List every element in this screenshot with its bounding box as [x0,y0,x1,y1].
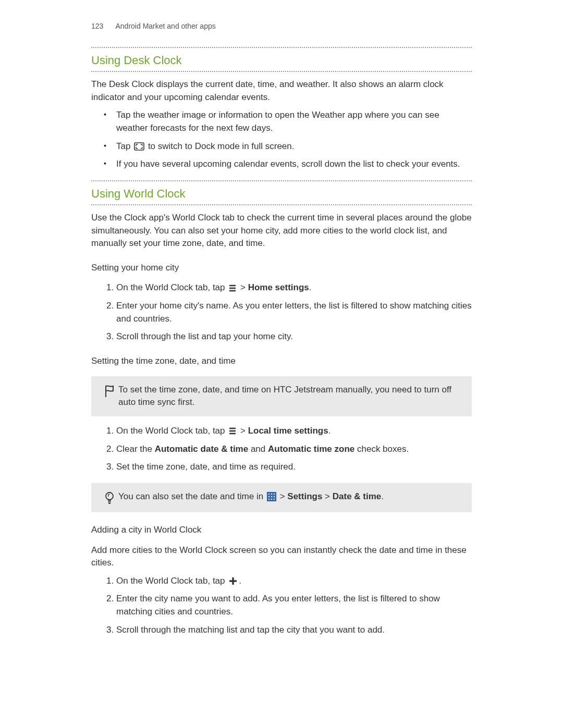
text: . [328,426,331,436]
step-tap-city: Scroll through the matching list and tap… [116,624,472,637]
text: > [240,426,248,436]
add-city-steps: On the World Clock tab, tap . Enter the … [91,575,472,637]
step-set-tz: Set the time zone, date, and time as req… [116,461,472,474]
timezone-steps: On the World Clock tab, tap > Local time… [91,425,472,474]
text: > [322,491,332,501]
svg-rect-14 [274,496,275,497]
running-header: 123 Android Market and other apps [91,21,472,31]
svg-rect-10 [271,493,272,495]
text: check boxes. [354,444,409,454]
text: . [381,491,384,501]
svg-rect-13 [271,496,272,497]
flag-callout: To set the time zone, date, and time on … [91,376,472,416]
flag-icon [101,384,118,398]
local-time-settings-bold: Local time settings [248,426,328,436]
text: On the World Clock tab, tap [116,426,225,436]
sub-title-add-city: Adding a city in World Clock [91,524,472,537]
svg-rect-9 [268,493,270,495]
step-local-time-settings: On the World Clock tab, tap > Local time… [116,425,472,438]
svg-rect-15 [268,499,270,500]
svg-rect-11 [274,493,275,495]
settings-bold: Settings [287,491,322,501]
auto-date-time-bold: Automatic date & time [155,444,248,454]
step-enter-city-name: Enter the city name you want to add. As … [116,593,472,618]
text: Tap [116,141,130,151]
world-clock-intro: Use the Clock app's World Clock tab to c… [91,212,472,250]
flag-text: To set the time zone, date, and time on … [118,384,464,409]
svg-rect-17 [274,499,275,500]
step-enter-home-city: Enter your home city's name. As you ente… [116,300,472,325]
tip-callout: You can also set the date and time in > … [91,483,472,512]
desk-clock-bullets: Tap the weather image or information to … [91,109,472,171]
app-grid-icon [267,492,276,501]
fullscreen-icon [134,142,144,151]
text: and [248,444,268,454]
plus-icon [228,576,238,586]
text: You can also set the date and time in [118,491,263,501]
text: . [239,576,241,586]
sub-title-home-city: Setting your home city [91,262,472,275]
svg-rect-12 [268,496,270,497]
bullet-weather: Tap the weather image or information to … [116,109,472,134]
step-tap-home-city: Scroll through the list and tap your hom… [116,330,472,343]
menu-icon [228,284,237,292]
document-page: 123 Android Market and other apps Using … [0,0,563,687]
chapter-title: Android Market and other apps [115,22,215,30]
step-tap-plus: On the World Clock tab, tap . [116,575,472,588]
text: On the World Clock tab, tap [116,576,225,586]
add-city-intro: Add more cities to the World Clock scree… [91,544,472,570]
lightbulb-icon [101,490,118,505]
menu-icon [228,427,237,435]
page-number: 123 [91,22,103,30]
sub-title-timezone: Setting the time zone, date, and time [91,355,472,368]
text: Clear the [116,444,155,454]
home-settings-bold: Home settings [248,282,309,292]
date-time-bold: Date & time [333,491,382,501]
desk-clock-intro: The Desk Clock displays the current date… [91,78,472,104]
text: to switch to Dock mode in full screen. [148,141,295,151]
svg-rect-0 [134,143,144,150]
svg-rect-16 [271,499,272,500]
section-title-world-clock: Using World Clock [91,180,472,205]
step-home-settings: On the World Clock tab, tap > Home setti… [116,281,472,294]
bullet-calendar-events: If you have several upcoming calendar ev… [116,158,472,171]
text: On the World Clock tab, tap [116,282,225,292]
tip-text: You can also set the date and time in > … [118,490,464,503]
home-city-steps: On the World Clock tab, tap > Home setti… [91,281,472,343]
bullet-dock-mode: Tap to switch to Dock mode in full scree… [116,140,472,153]
step-clear-checkboxes: Clear the Automatic date & time and Auto… [116,443,472,456]
section-title-desk-clock: Using Desk Clock [91,47,472,72]
svg-point-7 [106,492,113,500]
text: > [280,491,288,501]
auto-time-zone-bold: Automatic time zone [268,444,354,454]
text: . [309,282,312,292]
text: > [240,282,248,292]
